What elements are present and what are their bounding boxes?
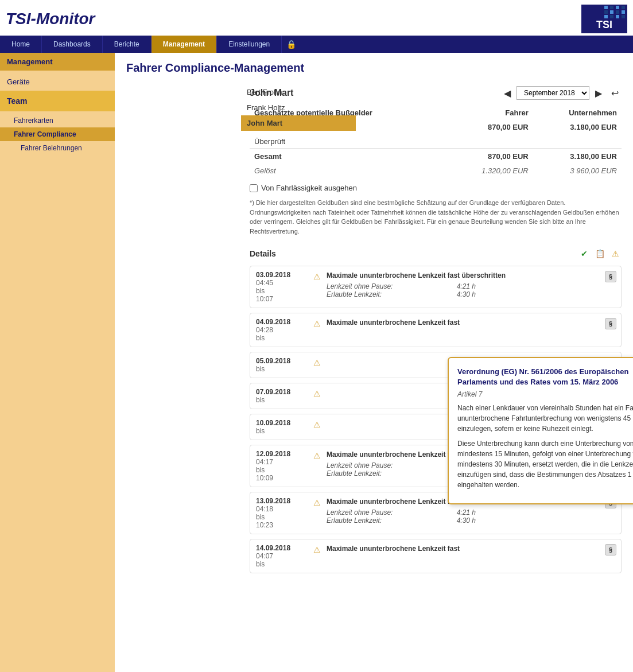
- lock-icon: 🔒: [286, 40, 296, 49]
- tooltip-text1: Nach einer Lenkdauer von viereinhalb Stu…: [457, 403, 633, 434]
- sidebar-item-fahrerkarten[interactable]: Fahrerkarten: [0, 114, 115, 127]
- logo-text: TSI: [596, 19, 612, 31]
- tooltip-text2: Diese Unterbrechung kann durch eine Unte…: [457, 438, 633, 490]
- event-content-8: Maximale ununterbrochene Lenkzeit fast: [327, 544, 615, 554]
- row-geloest-fahrer: 1.320,00 EUR: [446, 164, 533, 178]
- details-header: Details ✔ 📋 ⚠: [250, 247, 622, 260]
- clipboard-icon[interactable]: 📋: [593, 247, 606, 260]
- event-title-2: Maximale ununterbrochene Lenkzeit fast: [327, 318, 615, 328]
- page-title: Fahrer Compliance-Management: [126, 61, 622, 75]
- event-card-2: 04.09.2018 04:28 bis ⚠ Maximale ununterb…: [250, 313, 622, 347]
- nav-home[interactable]: Home: [0, 36, 42, 53]
- row-gesamt-unternehmen: 3.180,00 EUR: [533, 149, 622, 164]
- event-warning-icon-6: ⚠: [313, 451, 321, 460]
- details-title: Details: [250, 249, 276, 258]
- event-date-2: 04.09.2018 04:28 bis: [256, 318, 308, 342]
- prev-month-button[interactable]: ◀: [501, 87, 514, 100]
- event-title-8: Maximale ununterbrochene Lenkzeit fast: [327, 544, 615, 554]
- fine-col-header-3: Unternehmen: [533, 106, 622, 120]
- warning-icon[interactable]: ⚠: [609, 247, 622, 260]
- sidebar-item-geraete[interactable]: Geräte: [0, 73, 115, 91]
- details-icons: ✔ 📋 ⚠: [578, 247, 622, 260]
- event-content-2: Maximale ununterbrochene Lenkzeit fast: [327, 318, 615, 328]
- driver-john-mart[interactable]: John Mart: [241, 115, 356, 131]
- tooltip-article: Artikel 7: [457, 390, 633, 398]
- table-row-geloest: Gelöst 1.320,00 EUR 3 960,00 EUR: [250, 164, 622, 178]
- event-date-5: 10.09.2018 bis: [256, 419, 308, 435]
- month-select[interactable]: September 2018: [517, 86, 589, 100]
- sidebar-team-header: Team: [0, 91, 115, 111]
- event-detail-1: Lenkzeit ohne Pause: 4:21 h Erlaubte Len…: [327, 282, 615, 298]
- month-navigator: ◀ September 2018 ▶ ↩: [501, 86, 622, 100]
- check-icon[interactable]: ✔: [578, 247, 591, 260]
- event-warning-icon-7: ⚠: [313, 498, 321, 507]
- driver-detail-area: John Mart ◀ September 2018 ▶ ↩ Geschätzt…: [250, 86, 622, 573]
- event-content-1: Maximale ununterbrochene Lenkzeit fast ü…: [327, 271, 615, 298]
- event-date-6: 12.09.2018 04:17 bis 10:09: [256, 450, 308, 482]
- page-layout: Management Geräte Team Fahrerkarten Fahr…: [0, 53, 633, 672]
- event-warning-icon-3: ⚠: [313, 358, 321, 367]
- event-warning-icon-5: ⚠: [313, 420, 321, 429]
- fahrlaessigkeit-label: Von Fahrlässigkeit ausgehen: [261, 184, 357, 192]
- law-button-1[interactable]: §: [605, 271, 616, 282]
- row-ueberprueft-label: Überprüft: [250, 134, 446, 149]
- row-neu-fahrer: 870,00 EUR: [446, 120, 533, 134]
- logo-dots: [604, 6, 626, 18]
- event-warning-icon-8: ⚠: [313, 545, 321, 554]
- fahrlaessigkeit-checkbox[interactable]: [250, 184, 258, 192]
- app-title: TSI-Monitor: [6, 10, 95, 28]
- fine-col-header-2: Fahrer: [446, 106, 533, 120]
- event-date-4: 07.09.2018 bis: [256, 388, 308, 404]
- main-nav: Home Dashboards Berichte Management Eins…: [0, 36, 633, 53]
- row-ueberprueft-unternehmen: [533, 134, 622, 149]
- law-button-2[interactable]: §: [605, 318, 616, 329]
- footnote: *) Die hier dargestellten Geldbußen sind…: [250, 198, 622, 236]
- next-month-button[interactable]: ▶: [592, 87, 605, 100]
- event-warning-icon-4: ⚠: [313, 389, 321, 398]
- row-geloest-unternehmen: 3 960,00 EUR: [533, 164, 622, 178]
- event-warning-icon-1: ⚠: [313, 272, 321, 281]
- table-row-ueberprueft: Überprüft: [250, 134, 622, 149]
- table-row-gesamt: Gesamt 870,00 EUR 3.180,00 EUR: [250, 149, 622, 164]
- driver-list: Bert Frohn Frank Holtz John Mart: [241, 84, 356, 131]
- driver-frank-holtz[interactable]: Frank Holtz: [241, 100, 356, 115]
- tooltip-title: Verordnung (EG) Nr. 561/2006 des Europäi…: [457, 367, 633, 387]
- app-header: TSI-Monitor TSI: [0, 0, 633, 36]
- sidebar-item-fahrer-belehrungen[interactable]: Fahrer Belehrungen: [0, 141, 115, 155]
- law-button-8[interactable]: §: [605, 544, 616, 556]
- nav-dashboards[interactable]: Dashboards: [42, 36, 103, 53]
- event-card-8: 14.09.2018 04:07 bis ⚠ Maximale ununterb…: [250, 539, 622, 573]
- row-ueberprueft-fahrer: [446, 134, 533, 149]
- nav-management[interactable]: Management: [152, 36, 217, 53]
- sidebar-item-fahrer-compliance[interactable]: Fahrer Compliance: [0, 127, 115, 141]
- row-neu-unternehmen: 3.180,00 EUR: [533, 120, 622, 134]
- event-card-1: 03.09.2018 04:45 bis 10:07 ⚠ Maximale un…: [250, 266, 622, 308]
- nav-berichte[interactable]: Berichte: [103, 36, 152, 53]
- event-date-8: 14.09.2018 04:07 bis: [256, 544, 308, 568]
- back-button[interactable]: ↩: [608, 86, 622, 100]
- app-logo: TSI: [581, 5, 627, 33]
- law-tooltip: Verordnung (EG) Nr. 561/2006 des Europäi…: [448, 357, 633, 504]
- event-date-3: 05.09.2018 bis: [256, 357, 308, 373]
- event-detail-7: Lenkzeit ohne Pause: 4:21 h Erlaubte Len…: [327, 508, 615, 525]
- event-title-1: Maximale ununterbrochene Lenkzeit fast ü…: [327, 271, 615, 281]
- nav-einstellungen[interactable]: Einstellungen: [217, 36, 282, 53]
- event-warning-icon-2: ⚠: [313, 319, 321, 328]
- row-gesamt-label: Gesamt: [250, 149, 446, 164]
- event-date-1: 03.09.2018 04:45 bis 10:07: [256, 271, 308, 303]
- driver-bert-frohn[interactable]: Bert Frohn: [241, 84, 356, 100]
- row-gesamt-fahrer: 870,00 EUR: [446, 149, 533, 164]
- row-geloest-label: Gelöst: [250, 164, 446, 178]
- main-content: Fahrer Compliance-Management Bert Frohn …: [115, 53, 633, 672]
- sidebar: Management Geräte Team Fahrerkarten Fahr…: [0, 53, 115, 672]
- sidebar-section-management: Management: [0, 53, 115, 71]
- checkbox-row: Von Fahrlässigkeit ausgehen: [250, 184, 622, 192]
- event-date-7: 13.09.2018 04:18 bis 10:23: [256, 497, 308, 529]
